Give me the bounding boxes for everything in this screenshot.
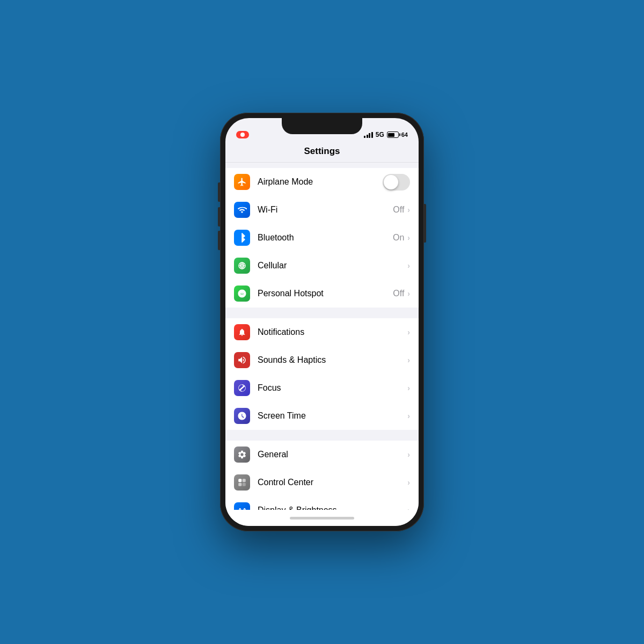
notch xyxy=(282,118,362,134)
control-center-icon xyxy=(234,474,250,491)
svg-point-5 xyxy=(241,293,243,295)
bluetooth-label: Bluetooth xyxy=(258,233,393,243)
network-type: 5G xyxy=(376,131,384,138)
cellular-chevron: › xyxy=(407,261,410,270)
home-indicator xyxy=(225,510,419,526)
airplane-mode-icon xyxy=(234,174,250,190)
focus-chevron: › xyxy=(407,384,410,392)
separator-2 xyxy=(225,430,419,435)
recording-dot xyxy=(240,133,245,137)
row-control-center[interactable]: Control Center › xyxy=(225,469,419,496)
signal-bars xyxy=(364,132,373,138)
bluetooth-icon xyxy=(234,230,250,246)
bluetooth-value: On xyxy=(393,233,404,243)
battery-fill xyxy=(388,133,394,137)
wifi-label: Wi-Fi xyxy=(258,205,393,215)
svg-rect-8 xyxy=(238,483,241,486)
wifi-chevron: › xyxy=(407,206,410,214)
display-label: Display & Brightness xyxy=(258,506,407,510)
airplane-mode-toggle[interactable] xyxy=(383,174,410,191)
recording-indicator xyxy=(236,131,249,138)
row-notifications[interactable]: Notifications › xyxy=(225,318,419,346)
settings-scroll[interactable]: Airplane Mode Wi-Fi Off › xyxy=(225,163,419,510)
row-airplane-mode[interactable]: Airplane Mode xyxy=(225,168,419,196)
notifications-label: Notifications xyxy=(258,327,407,337)
row-personal-hotspot[interactable]: Personal Hotspot Off › xyxy=(225,280,419,308)
toggle-thumb xyxy=(384,175,398,189)
status-right: 5G 64 xyxy=(364,131,408,138)
bluetooth-chevron: › xyxy=(407,233,410,242)
battery-icon xyxy=(387,131,399,138)
hotspot-icon xyxy=(234,286,250,302)
section-connectivity: Airplane Mode Wi-Fi Off › xyxy=(225,168,419,308)
row-focus[interactable]: Focus › xyxy=(225,374,419,402)
row-general[interactable]: General › xyxy=(225,441,419,469)
focus-icon xyxy=(234,380,250,396)
general-icon xyxy=(234,447,250,463)
cellular-label: Cellular xyxy=(258,261,407,270)
row-display-brightness[interactable]: AA Display & Brightness › xyxy=(225,496,419,510)
screen-time-chevron: › xyxy=(407,412,410,420)
wifi-value: Off xyxy=(393,205,404,215)
display-icon: AA xyxy=(234,502,250,510)
phone-screen: 5G 64 Settings xyxy=(225,118,419,526)
sounds-chevron: › xyxy=(407,356,410,364)
svg-rect-9 xyxy=(243,483,246,486)
row-wifi[interactable]: Wi-Fi Off › xyxy=(225,196,419,224)
row-bluetooth[interactable]: Bluetooth On › xyxy=(225,224,419,252)
control-center-chevron: › xyxy=(407,478,410,487)
general-label: General xyxy=(258,450,407,459)
status-left xyxy=(236,131,249,138)
page-title: Settings xyxy=(304,146,340,156)
hotspot-value: Off xyxy=(393,289,404,298)
svg-rect-7 xyxy=(243,479,246,482)
wifi-icon xyxy=(234,202,250,218)
section-notifications: Notifications › Sounds & Haptics › xyxy=(225,318,419,430)
notifications-icon xyxy=(234,324,250,340)
hotspot-chevron: › xyxy=(407,289,410,298)
display-chevron: › xyxy=(407,506,410,510)
row-cellular[interactable]: Cellular › xyxy=(225,252,419,280)
page-title-bar: Settings xyxy=(225,142,419,163)
sounds-icon xyxy=(234,352,250,368)
section-general: General › Control Center › xyxy=(225,441,419,510)
home-bar xyxy=(290,517,354,519)
separator-1 xyxy=(225,308,419,313)
svg-rect-6 xyxy=(238,479,241,482)
notifications-chevron: › xyxy=(407,328,410,336)
row-sounds-haptics[interactable]: Sounds & Haptics › xyxy=(225,346,419,374)
screen-time-icon xyxy=(234,408,250,424)
general-chevron: › xyxy=(407,450,410,459)
sounds-label: Sounds & Haptics xyxy=(258,355,407,365)
airplane-mode-label: Airplane Mode xyxy=(258,177,383,187)
screen-time-label: Screen Time xyxy=(258,411,407,421)
control-center-label: Control Center xyxy=(258,478,407,487)
battery-level: 64 xyxy=(401,131,408,138)
focus-label: Focus xyxy=(258,383,407,393)
cellular-icon xyxy=(234,258,250,274)
row-screen-time[interactable]: Screen Time › xyxy=(225,402,419,430)
phone-container: 5G 64 Settings xyxy=(220,113,424,531)
hotspot-label: Personal Hotspot xyxy=(258,289,393,298)
